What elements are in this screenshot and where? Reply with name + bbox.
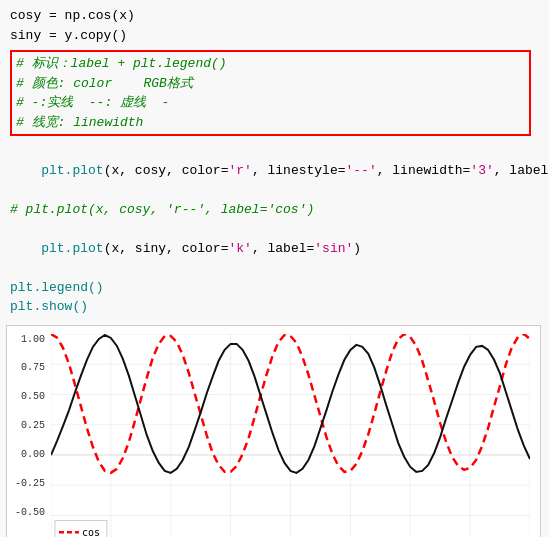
code-line-9: plt.show() <box>10 297 539 317</box>
highlight-line-3: # -:实线 --: 虚线 - <box>16 93 525 113</box>
code-line-2: siny = y.copy() <box>10 26 539 46</box>
code-line-5: plt.plot(x, cosy, color='r', linestyle='… <box>10 141 539 200</box>
y-axis-labels: 1.00 0.75 0.50 0.25 0.00 -0.25 -0.50 -0.… <box>7 334 49 538</box>
y-label: 0.00 <box>21 449 45 460</box>
y-label: 1.00 <box>21 334 45 345</box>
code-line-7: plt.plot(x, siny, color='k', label='sin'… <box>10 219 539 278</box>
code-line-8: plt.legend() <box>10 278 539 298</box>
chart-section: 1.00 0.75 0.50 0.25 0.00 -0.25 -0.50 -0.… <box>6 325 541 538</box>
legend-cos-label: cos <box>82 527 100 537</box>
code-line-6: # plt.plot(x, cosy, 'r--', label='cos') <box>10 200 539 220</box>
y-label: 0.75 <box>21 362 45 373</box>
y-label: -0.25 <box>15 478 45 489</box>
y-label: 0.50 <box>21 391 45 402</box>
y-label: -0.50 <box>15 507 45 518</box>
code-line-1: cosy = np.cos(x) <box>10 6 539 26</box>
chart-svg: cos sin <box>51 334 530 538</box>
code-section: cosy = np.cos(x) siny = y.copy() # 标识：la… <box>0 0 549 321</box>
highlight-line-1: # 标识：label + plt.legend() <box>16 54 525 74</box>
highlight-line-2: # 颜色: color RGB格式 <box>16 74 525 94</box>
y-label: 0.25 <box>21 420 45 431</box>
highlight-line-4: # 线宽: linewidth <box>16 113 525 133</box>
highlighted-block: # 标识：label + plt.legend() # 颜色: color RG… <box>10 50 531 136</box>
chart-inner: cos sin <box>51 334 530 538</box>
